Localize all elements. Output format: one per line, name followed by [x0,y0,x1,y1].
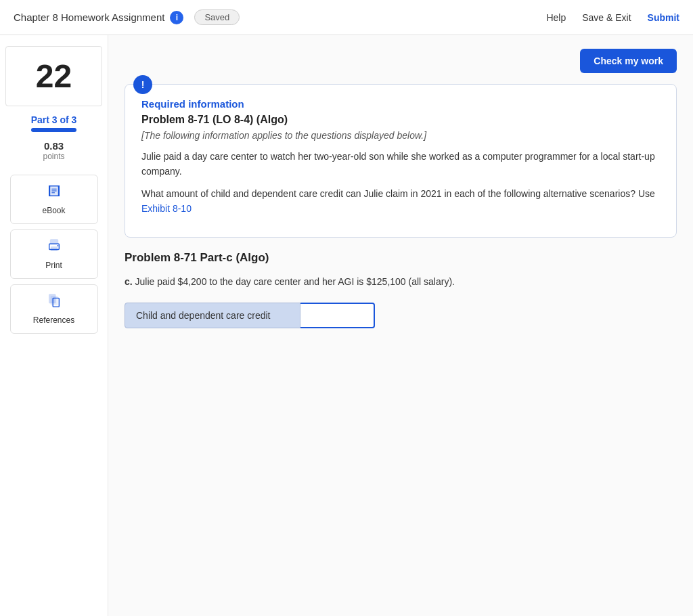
references-icon [47,293,62,311]
part-c-body-text: Julie paid $4,200 to the day care center… [135,276,455,287]
check-btn-row: Check my work [125,49,677,73]
svg-rect-6 [51,247,57,251]
answer-row: Child and dependent care credit [125,303,677,328]
check-my-work-button[interactable]: Check my work [580,49,677,73]
header-title: Chapter 8 Homework Assignment i [14,11,183,24]
exhibit-link[interactable]: Exhibit 8-10 [141,203,192,214]
problem-subtitle: [The following information applies to th… [141,130,660,141]
points-value: 0.83 [43,140,64,152]
ebook-label: eBook [42,206,65,215]
answer-input[interactable] [300,303,375,328]
problem-body-2: What amount of child and dependent care … [141,186,660,217]
part-progress-bar [31,128,77,132]
part-c-text: c. Julie paid $4,200 to the day care cen… [125,274,677,289]
problem-body-1: Julie paid a day care center to watch he… [141,149,660,179]
references-label: References [33,315,74,325]
problem-body-2-text: What amount of child and dependent care … [141,188,655,199]
main-layout: 22 Part 3 of 3 0.83 points eBook Print [0,35,693,616]
header: Chapter 8 Homework Assignment i Saved He… [0,0,693,35]
answer-label: Child and dependent care credit [125,303,300,328]
print-label: Print [45,261,62,270]
print-icon [47,238,62,257]
submit-link[interactable]: Submit [648,12,679,23]
svg-rect-4 [50,240,58,244]
svg-rect-9 [51,296,57,305]
saved-badge: Saved [194,9,240,25]
help-link[interactable]: Help [546,12,566,23]
header-title-text: Chapter 8 Homework Assignment [14,12,164,23]
svg-point-7 [57,245,58,246]
content-area: Check my work ! Required information Pro… [108,35,693,616]
ebook-icon [47,183,62,202]
header-actions: Help Save & Exit Submit [546,12,679,23]
points-info: 0.83 points [43,140,64,161]
required-info-title: Required information [141,98,660,110]
score-box: 22 [5,46,102,106]
problem-title: Problem 8-71 (LO 8-4) (Algo) [141,114,660,126]
info-icon[interactable]: i [170,11,183,24]
ebook-tool[interactable]: eBook [10,175,98,224]
part-label: Part 3 of 3 [31,114,77,125]
info-badge-icon: ! [133,75,152,94]
info-card: ! Required information Problem 8-71 (LO … [125,84,677,238]
part-c-letter: c. [125,276,133,287]
score-number: 22 [36,58,72,95]
print-tool[interactable]: Print [10,229,98,279]
points-label: points [43,152,64,161]
references-tool[interactable]: References [10,284,98,334]
save-exit-link[interactable]: Save & Exit [582,12,631,23]
sidebar: 22 Part 3 of 3 0.83 points eBook Print [0,35,108,616]
part-section: Problem 8-71 Part-c (Algo) c. Julie paid… [125,251,677,328]
part-info: Part 3 of 3 [31,114,77,132]
part-section-title: Problem 8-71 Part-c (Algo) [125,251,677,265]
